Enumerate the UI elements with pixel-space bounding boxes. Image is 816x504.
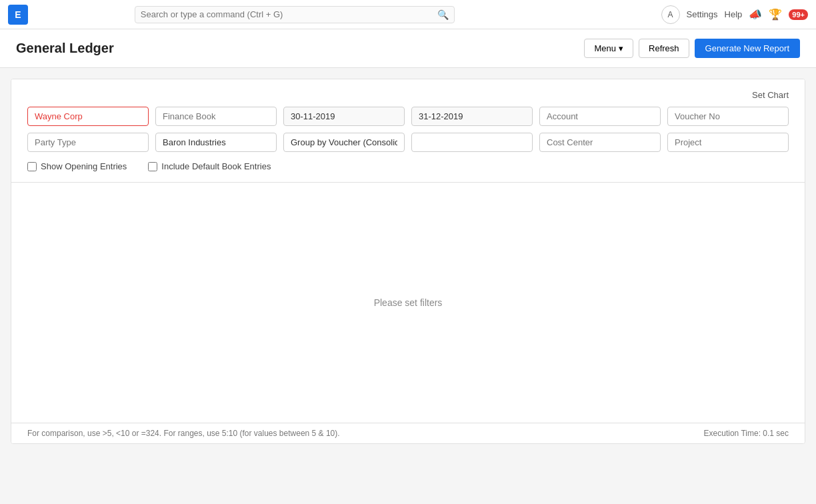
refresh-button[interactable]: Refresh — [639, 39, 689, 58]
party-input[interactable] — [155, 133, 277, 152]
project-field — [667, 133, 789, 152]
page-footer: For comparison, use >5, <10 or =324. For… — [11, 423, 805, 443]
footer-hint: For comparison, use >5, <10 or =324. For… — [27, 429, 340, 438]
filters-row-2 — [27, 133, 789, 152]
menu-button[interactable]: Menu ▾ — [584, 39, 633, 58]
set-chart-link[interactable]: Set Chart — [752, 90, 789, 100]
cost-center-input[interactable] — [539, 133, 661, 152]
top-nav: E 🔍 A Settings Help 📣 🏆 99+ — [0, 0, 816, 29]
include-default-book-checkbox[interactable] — [148, 162, 157, 171]
project-input[interactable] — [667, 133, 789, 152]
search-input[interactable] — [141, 9, 437, 19]
checkboxes-row: Show Opening Entries Include Default Boo… — [27, 159, 789, 171]
account-field — [539, 107, 661, 126]
company-field — [27, 107, 149, 126]
execution-time: Execution Time: 0.1 sec — [704, 429, 789, 438]
notification-badge[interactable]: 99+ — [789, 9, 808, 20]
voucher-field — [667, 107, 789, 126]
include-default-book-text: Include Default Book Entries — [161, 161, 271, 171]
set-chart-row: Set Chart — [27, 90, 789, 100]
settings-menu[interactable]: Settings — [687, 9, 718, 19]
search-bar[interactable]: 🔍 — [135, 6, 455, 23]
to-date-input[interactable] — [411, 107, 533, 126]
account-input[interactable] — [539, 107, 661, 126]
app-logo: E — [8, 5, 28, 25]
voucher-input[interactable] — [667, 107, 789, 126]
search-icon: 🔍 — [437, 9, 449, 20]
include-default-book-label[interactable]: Include Default Book Entries — [148, 161, 271, 171]
company-input[interactable] — [27, 107, 149, 126]
avatar: A — [661, 5, 680, 24]
generate-report-button[interactable]: Generate New Report — [695, 39, 800, 58]
main-card: Set Chart — [11, 79, 805, 444]
trophy-icon[interactable]: 🏆 — [769, 8, 782, 21]
field6 — [411, 133, 533, 152]
group-by-field — [283, 133, 405, 152]
show-opening-entries-checkbox[interactable] — [27, 162, 37, 171]
show-opening-entries-label[interactable]: Show Opening Entries — [27, 161, 127, 171]
nav-right: A Settings Help 📣 🏆 99+ — [661, 5, 808, 24]
to-date-field — [411, 107, 533, 126]
main-content: Please set filters — [11, 183, 805, 423]
menu-label: Menu — [594, 43, 616, 53]
help-menu[interactable]: Help — [725, 9, 743, 19]
filters-row-1 — [27, 107, 789, 126]
page-header: General Ledger Menu ▾ Refresh Generate N… — [0, 29, 816, 68]
party-type-input[interactable] — [27, 133, 149, 152]
show-opening-entries-text: Show Opening Entries — [41, 161, 127, 171]
empty-message: Please set filters — [374, 297, 443, 308]
field6-input[interactable] — [411, 133, 533, 152]
party-field — [155, 133, 277, 152]
page-title: General Ledger — [16, 41, 584, 56]
finance-book-field — [155, 107, 277, 126]
header-actions: Menu ▾ Refresh Generate New Report — [584, 39, 800, 58]
announcement-icon[interactable]: 📣 — [749, 8, 762, 21]
cost-center-field — [539, 133, 661, 152]
finance-book-input[interactable] — [155, 107, 277, 126]
party-type-field — [27, 133, 149, 152]
chevron-down-icon: ▾ — [619, 43, 623, 53]
filters-panel: Set Chart — [11, 79, 805, 183]
group-by-input[interactable] — [283, 133, 405, 152]
from-date-field — [283, 107, 405, 126]
from-date-input[interactable] — [283, 107, 405, 126]
